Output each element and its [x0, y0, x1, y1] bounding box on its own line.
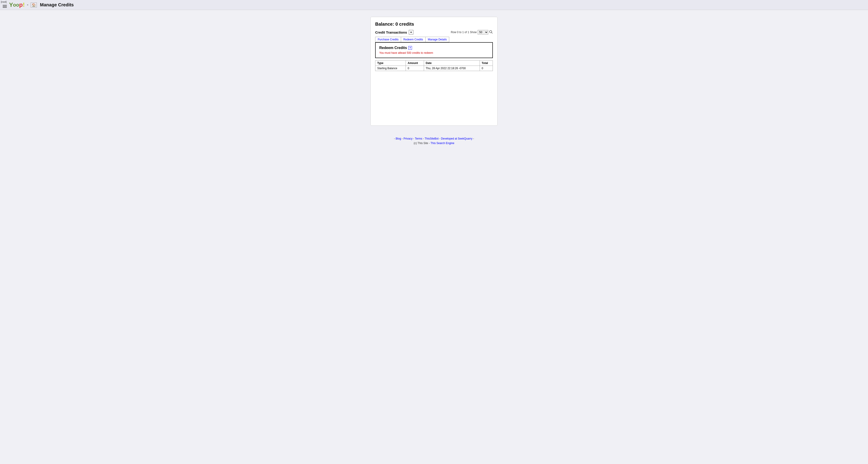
footer-link-blog[interactable]: Blog [396, 137, 401, 140]
cell-type: Starting Balance [375, 66, 406, 71]
search-icon [489, 30, 493, 34]
tab-purchase-credits[interactable]: Purchase Credits [375, 37, 401, 42]
footer-copyright-text: (c) This Site - [414, 141, 430, 145]
redeem-title-row: Redeem Credits ? [379, 46, 489, 50]
table-body: Starting Balance0Thu, 28 Apr 2022 22:18:… [375, 66, 493, 71]
footer-links: - Blog - Privacy - Terms - ThisSiteBot -… [4, 137, 864, 140]
svg-point-0 [490, 30, 492, 33]
home-icon[interactable]: 🏠 [31, 2, 37, 7]
show-select[interactable]: 10 25 50 100 [477, 30, 488, 34]
table-header: Type Amount Date Total [375, 61, 493, 66]
footer-link-privacy[interactable]: Privacy [404, 137, 412, 140]
logo-y: Y [9, 1, 13, 8]
col-type: Type [375, 61, 406, 66]
footer-dash-4: - [423, 137, 425, 140]
header: [root] Y oo p ! - 🏠 Manage Credits [0, 0, 868, 10]
footer-link-developed[interactable]: Developed at SeekQuarry [441, 137, 472, 140]
footer-dash-2: - [402, 137, 403, 140]
footer-dash-3: - [413, 137, 415, 140]
yoop-logo: Y oo p ! [9, 1, 25, 8]
tabs-container: Purchase Credits Redeem Credits Manage D… [375, 37, 493, 42]
footer-dash-1: - [394, 137, 396, 140]
col-date: Date [424, 61, 479, 66]
redeem-warning: You must have atleast 500 credits to red… [379, 51, 489, 55]
footer-link-thissitebot[interactable]: ThisSiteBot [425, 137, 438, 140]
add-transaction-button[interactable]: + [409, 30, 413, 34]
page-title: Manage Credits [40, 2, 74, 7]
balance-label: Balance: 0 credits [375, 22, 493, 27]
credit-transactions-header: Credit Transactions + Row 0 to 1 of 1 Sh… [375, 30, 493, 34]
help-icon[interactable]: ? [408, 46, 412, 50]
logo-area: Y oo p ! - 🏠 [9, 1, 37, 8]
row-info-text: Row 0 to 1 of 1 Show [451, 31, 477, 34]
main-card: Balance: 0 credits Credit Transactions +… [370, 17, 498, 126]
redeem-panel: Redeem Credits ? You must have atleast 5… [375, 42, 493, 58]
main-content: Balance: 0 credits Credit Transactions +… [0, 10, 868, 133]
hamburger-menu[interactable] [3, 5, 7, 8]
tab-manage-details[interactable]: Manage Details [426, 37, 449, 42]
footer-search-engine-link[interactable]: This Search Engine [431, 141, 455, 145]
root-label: [root] [1, 0, 7, 3]
cell-total: 0 [479, 66, 493, 71]
logo-oo: oo [13, 2, 19, 8]
search-button[interactable] [489, 30, 493, 34]
cell-amount: 0 [406, 66, 424, 71]
dash-separator: - [27, 2, 28, 7]
footer-dash-6: - [473, 137, 474, 140]
transactions-table: Type Amount Date Total Starting Balance0… [375, 60, 493, 71]
table-header-row: Type Amount Date Total [375, 61, 493, 66]
footer: - Blog - Privacy - Terms - ThisSiteBot -… [0, 133, 868, 151]
logo-dot1: p [19, 1, 23, 8]
footer-dash-5: - [439, 137, 441, 140]
footer-link-terms[interactable]: Terms [415, 137, 423, 140]
col-total: Total [479, 61, 493, 66]
tab-redeem-credits[interactable]: Redeem Credits [401, 37, 426, 42]
footer-copyright: (c) This Site - This Search Engine [4, 141, 864, 145]
credit-transactions-label: Credit Transactions [375, 30, 407, 34]
table-row: Starting Balance0Thu, 28 Apr 2022 22:18:… [375, 66, 493, 71]
logo-dot2: ! [23, 1, 25, 8]
row-info: Row 0 to 1 of 1 Show 10 25 50 100 [451, 30, 493, 34]
cell-date: Thu, 28 Apr 2022 22:18:26 -0700 [424, 66, 479, 71]
redeem-title: Redeem Credits [379, 46, 407, 50]
col-amount: Amount [406, 61, 424, 66]
svg-line-1 [492, 32, 493, 33]
